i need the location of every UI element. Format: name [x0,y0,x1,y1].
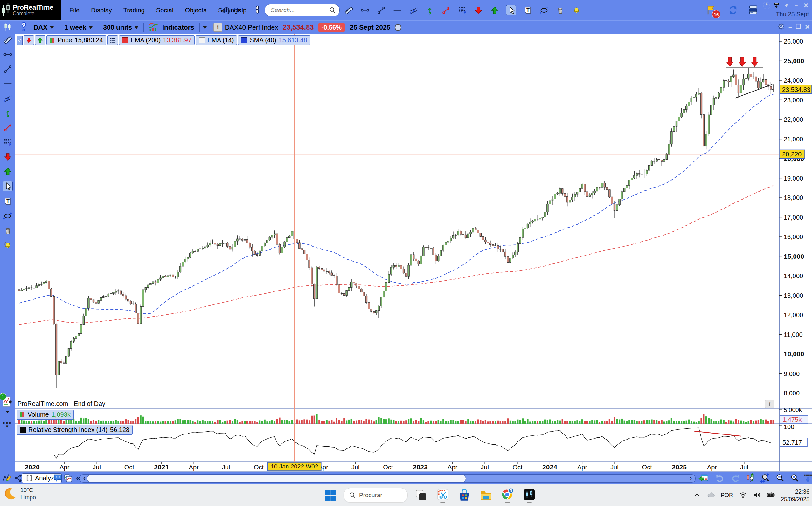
chart-maximize-icon[interactable] [795,23,802,31]
menu-item-trading[interactable]: Trading [118,7,150,14]
taskbar-clock[interactable]: 22:36 25/09/2025 [781,488,809,503]
wifi-icon[interactable] [739,491,747,500]
trend-arrow-tool-icon[interactable] [441,5,451,15]
panel-info-icon[interactable]: i [765,400,774,408]
pin-instrument-icon[interactable] [19,21,28,33]
horizontal-line-tool-icon[interactable] [392,5,402,15]
menu-item-display[interactable]: Display [85,7,118,14]
task-view-button[interactable] [413,487,429,503]
screenshot-icon[interactable] [763,2,770,9]
buy-arrow-tool-icon[interactable] [490,5,499,15]
undo-icon[interactable] [715,473,725,483]
indicators-chevron-icon[interactable] [203,26,207,29]
pin-window-icon[interactable] [783,2,790,9]
chart-area[interactable]: 8,0009,00010,00011,00012,00013,00014,000… [15,34,812,472]
trash-icon[interactable] [3,226,12,235]
sell-quick-button[interactable] [23,35,34,45]
segment-tool-icon[interactable] [3,50,12,59]
zoom-out-icon[interactable] [775,473,785,483]
alert-bell-icon[interactable] [3,240,12,250]
redo-icon[interactable] [730,473,740,483]
go-to-date-icon[interactable] [698,473,709,483]
timeframe-dropdown[interactable]: 1 week [62,23,94,31]
file-explorer-button[interactable] [478,487,494,503]
fibonacci-tool-icon[interactable] [457,5,467,15]
search-box[interactable] [265,4,340,16]
zoom-in-icon[interactable] [790,473,800,483]
menu-item-file[interactable]: File [64,7,85,14]
indicators-dropdown[interactable]: Indicators [160,23,196,31]
chart-settings-gear-icon[interactable] [777,22,785,32]
battery-icon[interactable] [767,491,775,500]
trash-icon[interactable] [555,5,565,15]
snipping-tool-button[interactable] [435,487,451,503]
segment-tool-icon[interactable] [360,5,370,15]
zoom-fit-icon[interactable] [760,473,770,483]
help-menu[interactable]: Help [222,0,246,20]
chart-options-icon[interactable] [745,473,756,483]
alert-bell-icon[interactable] [572,5,581,15]
buy-arrow-tool-icon[interactable] [3,167,12,176]
instrument-info-icon[interactable]: i [213,23,222,32]
sma40-legend-chip[interactable]: SMA (40) 15,613.48 [238,35,310,45]
units-dropdown[interactable]: 300 units [101,23,140,31]
channel-tool-icon[interactable] [409,5,418,15]
duplicate-chart-icon[interactable] [63,473,73,483]
scroll-right-icon[interactable]: › [687,474,695,482]
text-tool-icon[interactable] [523,5,532,15]
ema14-legend-chip[interactable]: EMA (14) [196,35,237,45]
horizontal-line-tool-icon[interactable] [3,79,12,88]
notes-pencil-icon[interactable] [2,473,12,483]
session-status-icon[interactable] [395,24,401,31]
prorealtime-app-button[interactable] [521,487,537,503]
search-input[interactable] [270,6,328,14]
cursor-tool-icon[interactable] [3,181,13,191]
text-tool-icon[interactable] [3,196,12,206]
detach-panel-icon[interactable] [773,2,780,9]
link-tool-button[interactable] [253,5,262,16]
workspace-list-icon[interactable] [748,4,758,16]
onedrive-icon[interactable] [707,491,715,500]
ruler-tool-icon[interactable] [344,5,353,15]
ruler-tool-icon[interactable] [3,35,12,45]
scrollbar-thumb[interactable] [87,475,466,482]
ellipse-tool-icon[interactable] [3,211,12,221]
language-indicator[interactable]: POR [721,492,733,499]
fibonacci-tool-icon[interactable] [3,137,12,147]
volume-icon[interactable] [753,491,761,500]
chrome-button[interactable]: R [499,487,516,503]
sell-arrow-tool-icon[interactable] [3,152,12,161]
sync-icon[interactable] [727,4,739,17]
legend-list-icon[interactable] [107,35,118,45]
taskbar-weather-widget[interactable]: 10°C Limpo [4,486,36,501]
price-legend-chip[interactable]: Price 15,883.24 [47,35,106,45]
main-chart[interactable]: 8,0009,00010,00011,00012,00013,00014,000… [15,34,812,472]
microsoft-store-button[interactable] [456,487,472,503]
vertical-arrow-tool-icon[interactable] [425,5,435,15]
taskbar-search-box[interactable]: Procurar [344,488,408,503]
start-button[interactable] [322,487,339,503]
column-options-icon[interactable] [803,473,812,483]
vertical-arrow-tool-icon[interactable] [3,108,12,117]
chart-minimize-icon[interactable]: – [789,23,792,31]
chart-scrollbar[interactable]: ‹ › [79,474,695,483]
volume-legend-chip[interactable]: Volume 1,093k [16,410,74,420]
tray-chevron-up-icon[interactable] [693,491,701,500]
channel-tool-icon[interactable] [3,93,12,103]
ellipse-tool-icon[interactable] [539,5,549,15]
symbol-dropdown[interactable]: DAX [31,23,56,31]
comment-icon[interactable] [53,473,63,483]
cursor-tool-icon[interactable] [506,5,516,15]
diagonal-segment-tool-icon[interactable] [3,64,12,74]
minimize-icon[interactable]: – [793,2,800,9]
indicators-chart-icon[interactable] [148,21,159,33]
buy-quick-button[interactable] [35,35,46,45]
menu-item-social[interactable]: Social [150,7,179,14]
more-panels-button[interactable]: •••▼ [3,419,12,429]
close-icon[interactable]: ✕ [803,2,809,9]
ema200-legend-chip[interactable]: EMA (200) 13,381.97 [119,35,195,45]
collapse-panel-icon[interactable]: ◁ [16,35,22,45]
trend-arrow-tool-icon[interactable] [3,123,12,132]
sell-arrow-tool-icon[interactable] [473,5,483,15]
chart-type-candles-icon[interactable] [3,22,13,33]
